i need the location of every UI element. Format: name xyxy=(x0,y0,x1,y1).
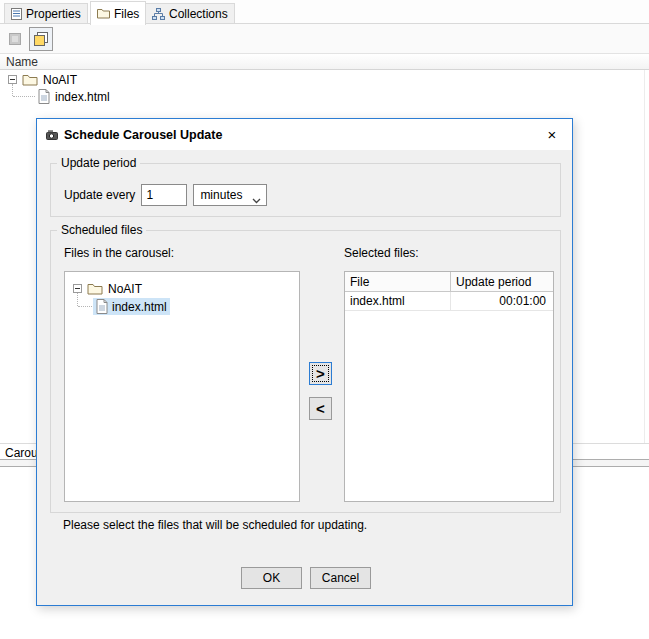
tree-connector xyxy=(13,96,35,97)
tab-collections-label: Collections xyxy=(169,7,228,21)
collections-icon xyxy=(152,8,165,20)
bottom-tab-label: Carou xyxy=(5,446,38,460)
disabled-tool-icon xyxy=(7,31,23,47)
collapse-toggle-icon[interactable] xyxy=(73,284,82,293)
dialog-title: Schedule Carousel Update xyxy=(64,128,222,142)
scheduled-files-group: Scheduled files Files in the carousel: S… xyxy=(50,230,561,513)
document-icon xyxy=(96,299,108,314)
update-period-legend: Update period xyxy=(57,156,140,170)
cancel-button[interactable]: Cancel xyxy=(310,567,371,589)
document-icon xyxy=(38,89,50,104)
table-row[interactable]: index.html 00:01:00 xyxy=(345,292,553,311)
folder-icon xyxy=(22,73,38,86)
add-collection-icon xyxy=(33,31,49,47)
folder-icon xyxy=(87,282,103,295)
tree-label-indexhtml: index.html xyxy=(55,90,110,104)
top-tab-bar: Properties Files Collections xyxy=(0,0,649,24)
selected-files-label: Selected files: xyxy=(344,246,419,260)
toolbar-button-disabled[interactable] xyxy=(3,27,27,51)
carousel-dialog-icon xyxy=(45,128,59,142)
tab-collections[interactable]: Collections xyxy=(145,3,235,24)
toolbar-button-add-collection[interactable] xyxy=(29,27,53,51)
scheduled-files-legend: Scheduled files xyxy=(57,223,146,237)
name-column-label: Name xyxy=(6,55,38,69)
carousel-files-tree-panel[interactable]: NoAIT index.html xyxy=(64,271,300,502)
panel-right-edge xyxy=(644,70,645,443)
tree-connector xyxy=(12,84,13,96)
ok-button[interactable]: OK xyxy=(241,567,302,589)
schedule-carousel-update-dialog: Schedule Carousel Update × Update period… xyxy=(36,118,573,606)
update-period-row: Update every minutes xyxy=(64,184,267,206)
table-header-file[interactable]: File xyxy=(345,272,451,291)
add-file-button[interactable]: > xyxy=(309,362,332,385)
table-cell-period: 00:01:00 xyxy=(451,292,553,310)
collapse-toggle-icon[interactable] xyxy=(8,75,17,84)
update-interval-input[interactable] xyxy=(141,184,187,206)
update-unit-dropdown[interactable]: minutes xyxy=(193,184,267,206)
carousel-files-label: Files in the carousel: xyxy=(64,246,174,260)
dialog-title-bar[interactable]: Schedule Carousel Update × xyxy=(37,119,572,150)
tree-connector xyxy=(78,306,92,307)
dialog-hint-text: Please select the files that will be sch… xyxy=(63,518,367,532)
properties-icon xyxy=(11,8,22,20)
tree-row-indexhtml[interactable]: index.html xyxy=(38,88,110,105)
tab-files-label: Files xyxy=(114,7,139,21)
chevron-down-icon xyxy=(252,193,261,207)
selected-tree-item[interactable]: index.html xyxy=(93,298,170,315)
table-header-row: File Update period xyxy=(345,272,553,292)
table-header-update-period[interactable]: Update period xyxy=(451,272,553,291)
tree-connector xyxy=(77,293,78,306)
dialog-tree-row-noait[interactable]: NoAIT xyxy=(73,280,142,297)
table-cell-file: index.html xyxy=(345,292,451,310)
dialog-tree-label-noait: NoAIT xyxy=(108,282,142,296)
dialog-tree-row-indexhtml[interactable]: index.html xyxy=(93,298,170,315)
toolbar xyxy=(0,24,649,53)
tree-row-noait[interactable]: NoAIT xyxy=(8,71,77,88)
remove-file-button[interactable]: < xyxy=(309,397,332,420)
application-window: Properties Files Collections xyxy=(0,0,649,639)
tab-properties-label: Properties xyxy=(26,7,81,21)
update-period-group: Update period Update every minutes xyxy=(50,163,561,217)
name-column-header[interactable]: Name xyxy=(0,53,649,70)
tab-properties[interactable]: Properties xyxy=(4,3,88,24)
dialog-tree-label-indexhtml: index.html xyxy=(112,300,167,314)
files-icon xyxy=(97,8,110,19)
bottom-tab-carousel[interactable]: Carou xyxy=(0,445,38,460)
update-unit-value: minutes xyxy=(200,188,242,202)
tab-files[interactable]: Files xyxy=(90,1,146,25)
close-icon[interactable]: × xyxy=(540,124,564,144)
tree-label-noait: NoAIT xyxy=(43,73,77,87)
update-every-label: Update every xyxy=(64,188,135,202)
selected-files-table-panel[interactable]: File Update period index.html 00:01:00 xyxy=(344,271,554,502)
